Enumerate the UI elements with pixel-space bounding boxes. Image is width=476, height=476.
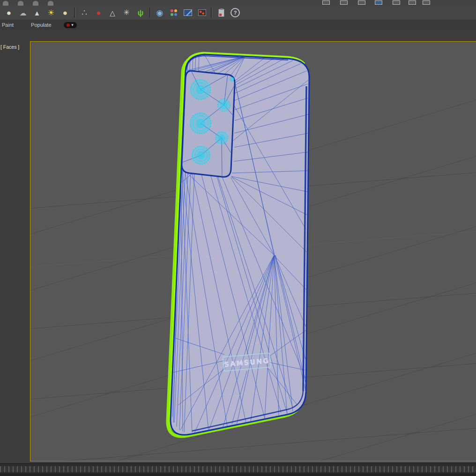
main-toolbar: ● ☁ ▲ ☀ ● ∴ ● △ ✳ ψ ◉ ? <box>0 6 476 20</box>
partial-icon[interactable] <box>33 1 38 6</box>
partial-icon[interactable] <box>3 1 8 6</box>
perspective-viewport[interactable]: SAMSUNG <box>30 41 476 461</box>
red-sphere-button[interactable]: ● <box>91 7 105 19</box>
sphere-tan-button[interactable]: ● <box>58 7 72 19</box>
camera-lens-small <box>216 132 228 144</box>
burst-button[interactable]: ✳ <box>119 7 134 19</box>
layout-icon[interactable] <box>358 0 365 5</box>
camera-lens-small <box>218 99 230 111</box>
toolbar-separator <box>74 8 75 18</box>
monitor-icon <box>184 9 192 16</box>
sphere-icon: ● <box>7 9 11 17</box>
partial-toolbar-strip <box>0 0 476 6</box>
help-icon: ? <box>231 8 240 17</box>
sphere-button[interactable]: ● <box>2 7 16 19</box>
layout-split-icon[interactable] <box>340 0 348 5</box>
viewport-shading-label[interactable]: [ Faces ] <box>0 44 19 50</box>
help-button[interactable]: ? <box>228 7 242 19</box>
triangle-mesh-button[interactable]: △ <box>105 7 119 19</box>
triangle-mesh-icon: △ <box>110 9 115 16</box>
partial-icon[interactable] <box>48 1 53 6</box>
color-dots-button[interactable] <box>167 7 181 19</box>
track-bar-base <box>0 473 476 476</box>
camera-lens <box>192 146 210 164</box>
camera-lens <box>190 113 211 134</box>
red-dots-icon <box>198 9 206 16</box>
toolbar-tabs-row: Paint Populate ▾ <box>0 20 476 30</box>
color-dots-icon <box>170 9 178 16</box>
light-button[interactable]: ☀ <box>44 7 58 19</box>
clipboard-button[interactable] <box>214 7 228 19</box>
track-bar[interactable] <box>0 463 476 476</box>
flyout-dot-icon <box>67 23 70 27</box>
camera-flash <box>230 77 234 81</box>
orbit-sphere-button[interactable]: ◉ <box>153 7 167 19</box>
phone-model[interactable]: SAMSUNG <box>168 53 309 436</box>
red-sphere-icon: ● <box>96 9 101 17</box>
layout-split-icon[interactable] <box>393 0 400 5</box>
app-window: ● ☁ ▲ ☀ ● ∴ ● △ ✳ ψ ◉ ? Paint Populate ▾… <box>0 0 476 476</box>
camera-lens <box>191 80 210 99</box>
grass-button[interactable]: ψ <box>134 7 148 19</box>
sphere-tan-icon: ● <box>63 9 67 17</box>
scatter-button[interactable]: ∴ <box>77 7 91 19</box>
clipboard-icon <box>218 9 224 17</box>
layout-icon[interactable] <box>409 0 416 5</box>
scatter-icon: ∴ <box>82 8 87 17</box>
toolbar-separator <box>149 8 151 18</box>
viewport-region: [ Faces ] <box>0 30 476 463</box>
timeline-ticks[interactable] <box>0 466 476 472</box>
layout-split-icon[interactable] <box>423 0 430 5</box>
burst-icon: ✳ <box>123 9 129 16</box>
orbit-sphere-icon: ◉ <box>156 9 164 17</box>
cone-button[interactable]: ▲ <box>30 7 44 19</box>
sun-light-icon: ☀ <box>47 9 54 17</box>
material-editor-button[interactable] <box>181 7 195 19</box>
layout-active-icon[interactable] <box>375 0 382 5</box>
partial-icon[interactable] <box>18 1 23 6</box>
cone-icon: ▲ <box>34 9 41 16</box>
layout-icon[interactable] <box>322 0 330 5</box>
tab-paint[interactable]: Paint <box>0 21 16 29</box>
paint-deform-button[interactable]: ☁ <box>16 7 30 19</box>
grass-icon: ψ <box>138 9 144 17</box>
chevron-down-icon: ▾ <box>71 23 74 27</box>
tab-populate[interactable]: Populate <box>30 21 54 29</box>
red-dots-button[interactable] <box>195 7 209 19</box>
toolbar-separator <box>211 8 212 18</box>
flyout-button[interactable]: ▾ <box>64 22 77 28</box>
paint-blob-icon: ☁ <box>20 9 27 16</box>
